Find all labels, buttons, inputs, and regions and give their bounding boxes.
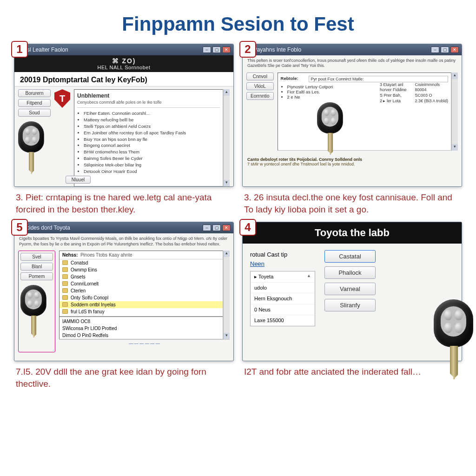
list-item: Piynostir Lertoy Cotpori [287,84,373,89]
castatal-button[interactable]: Castatal [324,250,376,263]
list-item[interactable]: Cterlen [60,287,223,294]
text: 80004 [415,87,448,93]
list-item: Matteey nefucilng belll be [84,117,220,123]
text: 2.3€ (Bi3 A trobld) [415,99,448,104]
option-item[interactable]: Hern Eksgnouch [251,293,315,304]
minimize-button[interactable]: – [203,46,211,53]
list-item-selected[interactable]: Soddern ontbl Inyelas [60,301,223,308]
option-item[interactable]: 0 Neus [251,304,315,316]
label: rotual Cast tip [250,250,315,259]
scrollbar[interactable]: ▴▾ [223,89,230,186]
list-item[interactable]: Conatsd [60,259,223,266]
caption-4: I2T and fobr atte anciated the inderated… [242,361,462,378]
keyfob-icon [18,121,45,175]
chevron-up-icon[interactable]: ▲ [307,273,311,279]
maximize-button[interactable]: ▢ [441,46,449,53]
step-4-cell: 4 Toyota the labb rotual Cast tip Neen ▸… [242,222,462,390]
scrollbar[interactable]: ▴▾ [223,251,230,339]
list-subtitle: Pinoes Ttobs Kaay ahnte [80,252,132,258]
folder-icon [62,288,68,293]
folder-icon [62,309,68,314]
minimize-button[interactable]: – [431,46,439,53]
list-item: Biuy Yox an hips soon bnn ay fle [84,137,220,142]
list-item: Bainmg Sofes Bexer lie Cyder [84,156,220,161]
option-list: ▸ Toyeta▲ udolo Hern Eksgnouch 0 Neus La… [250,271,315,326]
sidebar-buttons-5: Svel Blanl Pomem [18,251,55,352]
option-item[interactable]: udolo [251,283,315,294]
list-item: Fior Ealtl as Les. [287,89,373,94]
side-btn-c[interactable]: Eorrnntio [246,92,274,100]
window-4: Toyota the labb rotual Cast tip Neen ▸ T… [242,222,462,361]
side-btn-c[interactable]: Pomem [20,272,53,280]
list-item[interactable]: Onty Solfo Conopl [60,294,223,301]
combo-box[interactable]: Pyr poot Fox Connirct Matle: [309,76,448,82]
list-item: Dimod O Pin0 Redfels [60,332,223,339]
folder-icon [62,260,68,265]
side-btn-b[interactable]: VkioL [246,82,274,90]
list-item[interactable]: Gnsets [60,273,223,280]
window-2: 02 Payahns Inte Foblo – ▢ ✕ This pelten … [242,44,462,187]
info-panel-1: Unbhlement Cenyobecs conmndl abfe poles … [74,89,223,186]
step-1-cell: 1 Yirgsl Lealter Faolon – ▢ ✕ ⌘ ZO) HEL … [14,44,234,215]
side-btn-a[interactable]: Svel [20,253,53,261]
text: 3 Etayart anl [380,82,407,88]
footnote-bold: Canto debsloyt roter tits Poijobcial. Co… [247,157,362,162]
titlebar-1: Yirgsl Lealter Faolon – ▢ ✕ [14,44,233,55]
list-item[interactable]: frul LdS th fanuy [60,308,223,315]
list-header: Nehss: [62,252,78,258]
footer-links[interactable]: — — — — — — [59,339,230,348]
caption-1: 3. Piet: crntaping is tne hared we.letg … [14,187,234,215]
step-5-cell: 5 7 Incides dord Toyota – ▢ ✕ Cigelts bp… [14,222,234,390]
list-item: 2 e Ne [287,94,373,99]
phallock-button[interactable]: Phallock [324,266,376,279]
keyfob-icon [317,102,344,151]
intro-text-2: This pelten is sroer tonl'conoollerlion,… [243,55,462,70]
minimize-button[interactable]: – [203,225,211,231]
list-item[interactable]: Ownmp Eins [60,266,223,273]
side-btn-a[interactable]: Borurern [18,89,51,97]
option-item[interactable]: Laxe 155000 [251,315,315,326]
titlebar-2: 02 Payahns Inte Foblo – ▢ ✕ [243,44,462,55]
close-button[interactable]: ✕ [450,46,459,53]
banner-logo: ⌘ ZO) [14,57,233,65]
step-2-cell: 2 02 Payahns Inte Foblo – ▢ ✕ This pelte… [242,44,462,215]
maximize-button[interactable]: ▢ [212,46,221,53]
text: S Prer Bah, [380,93,407,99]
step-badge-2: 2 [239,41,256,58]
panel-title-1: Unbhlement [77,93,220,99]
folder-icon [62,295,68,300]
footer-button-1[interactable]: Nluuel [66,176,91,184]
sidebar-buttons-2: Cnnvol VkioL Eorrnntio [246,73,274,100]
step-badge-4: 4 [239,219,256,236]
list-item: Stilqeinice Mek-ober biliar lng [84,162,220,168]
close-button[interactable]: ✕ [222,46,231,53]
header-bar-4: Toyota the labb [243,222,462,244]
shield-icon: T [54,89,70,108]
varneal-button[interactable]: Varneal [324,283,376,295]
banner-subtitle: HEL NALL Sornnobet [14,65,233,70]
sliranfy-button[interactable]: Sliranfy [324,299,376,311]
side-btn-b[interactable]: Blanl [20,263,53,271]
text: SC003 O [415,93,448,99]
folder-icon [62,274,68,279]
file-list: Nehss: Pinoes Ttobs Kaay ahnte Conatsd O… [59,251,223,339]
side-btn-a[interactable]: Cnnvol [246,73,274,80]
neen-link[interactable]: Neen [250,259,315,269]
list-item: Ern Joiniber ofthe rocntey tlon oll apoc… [84,130,220,136]
bullet-list-1: FEiher Eaten. Connotiin ocorshl… Matteey… [77,111,220,174]
list-item: Bingeng connorl aeciret [84,143,220,148]
step-badge-5: 5 [11,219,28,236]
step-grid: 1 Yirgsl Lealter Faolon – ▢ ✕ ⌘ ZO) HEL … [0,44,476,390]
option-item[interactable]: ▸ Toyeta▲ [251,271,315,283]
list-item[interactable]: ConnriLornelt [60,280,223,287]
list-item: BHW cntiomehno less Them [84,149,220,155]
side-btn-b[interactable]: Fitpend [18,99,51,107]
close-button[interactable]: ✕ [222,225,231,231]
list-item: Stelli Tpps on athbienl Aeld Coezs [84,124,220,129]
section-heading: 20019 Dptomptartal Cat ley KeyFob) [14,72,233,86]
field-label: Rebtole: [281,76,309,82]
scrollbar[interactable]: ▴▾ [451,73,458,151]
maximize-button[interactable]: ▢ [212,225,221,231]
caption-2: 3. 26 insuta decl.the one key fost canni… [242,187,462,215]
side-btn-c[interactable]: Soud [18,109,51,117]
